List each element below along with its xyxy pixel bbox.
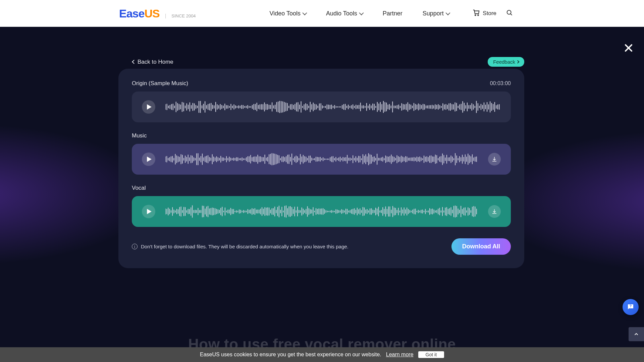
close-icon[interactable] xyxy=(623,43,634,54)
results-card: Origin (Sample Music) 00:03:00 Music Voc… xyxy=(118,69,524,268)
info-icon: i xyxy=(132,244,138,249)
hero-area: Back to Home Feedback Origin (Sample Mus… xyxy=(0,27,644,362)
track-title: Vocal xyxy=(132,185,146,191)
chevron-down-icon xyxy=(302,11,307,15)
chevron-right-icon xyxy=(516,60,520,64)
cookie-text: EaseUS uses cookies to ensure you get th… xyxy=(200,352,381,358)
top-nav: EaseUS | SINCE 2004 Video Tools Audio To… xyxy=(0,0,644,27)
chevron-left-icon xyxy=(132,60,136,64)
cart-icon xyxy=(473,9,480,18)
feedback-label: Feedback xyxy=(493,59,515,65)
svg-point-0 xyxy=(475,14,476,15)
store-label: Store xyxy=(483,10,496,17)
svg-point-2 xyxy=(507,10,511,14)
brand-separator: | xyxy=(165,13,166,18)
cookie-banner: EaseUS uses cookies to ensure you get th… xyxy=(0,347,644,362)
nav-audio-tools[interactable]: Audio Tools xyxy=(326,10,363,17)
download-button[interactable] xyxy=(488,153,501,166)
track-title: Origin (Sample Music) xyxy=(132,80,188,87)
nav-support[interactable]: Support xyxy=(423,10,449,17)
track-header-music: Music xyxy=(132,132,511,139)
track-duration: 00:03:00 xyxy=(490,80,511,86)
waveform[interactable] xyxy=(165,153,478,166)
cookie-learn-more-link[interactable]: Learn more xyxy=(386,352,414,358)
chat-help-button[interactable]: ? xyxy=(623,299,639,315)
card-footer: i Don't forget to download files. They w… xyxy=(132,238,511,255)
chevron-down-icon xyxy=(445,11,450,15)
track-header-origin: Origin (Sample Music) 00:03:00 xyxy=(132,80,511,87)
back-to-home-link[interactable]: Back to Home xyxy=(132,59,173,65)
scroll-to-top-button[interactable] xyxy=(629,327,644,341)
waveform[interactable] xyxy=(165,100,501,114)
nav-label: Video Tools xyxy=(270,10,301,17)
download-button[interactable] xyxy=(488,205,501,218)
download-all-label: Download All xyxy=(462,243,500,250)
nav-label: Audio Tools xyxy=(326,10,357,17)
search-icon[interactable] xyxy=(506,9,513,18)
cookie-accept-button[interactable]: Got it xyxy=(418,351,444,358)
play-button[interactable] xyxy=(142,100,155,114)
brand-since: SINCE 2004 xyxy=(171,13,196,18)
info-message: i Don't forget to download files. They w… xyxy=(132,244,348,249)
feedback-button[interactable]: Feedback xyxy=(488,57,524,67)
waveform[interactable] xyxy=(165,205,478,218)
play-button[interactable] xyxy=(142,153,155,166)
track-origin xyxy=(132,92,511,122)
card-toolbar: Back to Home Feedback xyxy=(132,57,524,67)
chevron-down-icon xyxy=(359,11,364,15)
nav-partner[interactable]: Partner xyxy=(383,10,402,17)
svg-point-1 xyxy=(478,14,479,15)
nav-links: Video Tools Audio Tools Partner Support xyxy=(270,10,449,17)
svg-text:?: ? xyxy=(630,304,632,308)
play-button[interactable] xyxy=(142,205,155,218)
nav-video-tools[interactable]: Video Tools xyxy=(270,10,306,17)
track-music xyxy=(132,144,511,175)
track-title: Music xyxy=(132,132,147,139)
nav-label: Partner xyxy=(383,10,402,17)
back-label: Back to Home xyxy=(138,59,173,65)
track-header-vocal: Vocal xyxy=(132,185,511,191)
nav-label: Support xyxy=(423,10,444,17)
logo-text: EaseUS xyxy=(119,7,160,20)
nav-right: Store xyxy=(473,9,513,18)
download-all-button[interactable]: Download All xyxy=(451,238,511,255)
store-link[interactable]: Store xyxy=(473,9,496,18)
brand-logo[interactable]: EaseUS | SINCE 2004 xyxy=(119,7,196,20)
info-text: Don't forget to download files. They wil… xyxy=(141,244,348,249)
track-vocal xyxy=(132,196,511,227)
